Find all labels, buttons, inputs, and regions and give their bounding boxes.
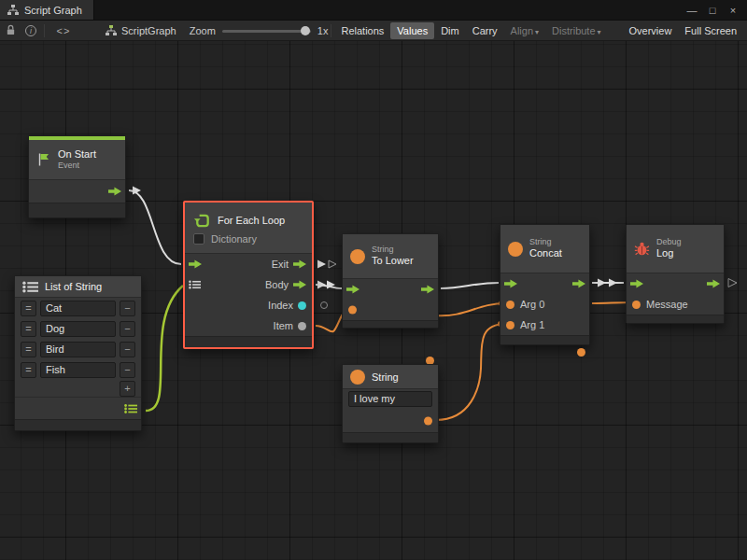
control-input-port[interactable] bbox=[630, 279, 643, 289]
dim-button[interactable]: Dim bbox=[434, 22, 466, 39]
string-output-port[interactable] bbox=[424, 417, 432, 426]
control-input-port[interactable] bbox=[189, 259, 202, 270]
loop-icon bbox=[193, 212, 211, 230]
list-item-row: = Fish − bbox=[15, 359, 141, 380]
values-button[interactable]: Values bbox=[390, 22, 434, 39]
body-output-port[interactable] bbox=[293, 280, 306, 290]
list-item-row: = Bird − bbox=[15, 339, 141, 359]
remove-item-button[interactable]: − bbox=[120, 362, 135, 378]
toolbar-right-group: Overview Full Screen bbox=[623, 22, 747, 39]
bug-icon bbox=[634, 241, 650, 257]
node-category: Debug bbox=[656, 237, 682, 247]
node-subtitle: Event bbox=[58, 161, 96, 171]
flag-icon bbox=[36, 152, 51, 167]
window-controls: — □ × bbox=[684, 0, 747, 20]
node-on-start[interactable]: On Start Event bbox=[28, 135, 126, 218]
message-input-port[interactable] bbox=[632, 301, 641, 309]
control-output-port[interactable] bbox=[707, 279, 720, 289]
remove-item-button[interactable]: − bbox=[120, 321, 135, 337]
string-type-icon bbox=[350, 249, 365, 264]
chevron-down-icon: ▾ bbox=[598, 28, 601, 36]
info-icon[interactable]: i bbox=[21, 21, 41, 41]
code-icon[interactable]: <> bbox=[48, 21, 79, 41]
drag-handle[interactable]: = bbox=[21, 301, 36, 316]
node-debug-log[interactable]: Debug Log Message bbox=[626, 224, 725, 324]
dictionary-checkbox[interactable] bbox=[193, 233, 204, 245]
port-label-body: Body bbox=[265, 279, 289, 290]
maximize-button[interactable]: □ bbox=[704, 2, 721, 19]
distribute-dropdown[interactable]: Distribute▾ bbox=[545, 22, 607, 39]
lock-icon[interactable] bbox=[0, 21, 21, 41]
port-label-index: Index bbox=[268, 300, 293, 311]
node-string-concat[interactable]: String Concat Arg 0 Arg 1 bbox=[500, 224, 590, 345]
chevron-down-icon: ▾ bbox=[535, 28, 539, 36]
zoom-slider-handle[interactable] bbox=[301, 26, 310, 35]
control-output-port[interactable] bbox=[572, 279, 585, 289]
minimize-button[interactable]: — bbox=[684, 2, 700, 19]
tab-title: Script Graph bbox=[24, 5, 82, 16]
string-output-port[interactable] bbox=[577, 348, 585, 357]
node-for-each-loop[interactable]: For Each Loop Dictionary Exit bbox=[183, 201, 314, 349]
zoom-control: Zoom 1x bbox=[190, 25, 329, 36]
port-label-message: Message bbox=[646, 299, 688, 310]
node-title: For Each Loop bbox=[218, 215, 285, 226]
port-label-item: Item bbox=[274, 320, 293, 331]
list-item-field[interactable]: Fish bbox=[40, 362, 116, 378]
graph-toolbar: i <> ScriptGraph Zoom 1x Relations Value… bbox=[0, 21, 747, 41]
arg0-input-port[interactable] bbox=[506, 301, 514, 309]
node-title: List of String bbox=[45, 281, 102, 292]
remove-item-button[interactable]: − bbox=[120, 342, 135, 357]
control-output-port[interactable] bbox=[108, 187, 121, 197]
node-list-of-string[interactable]: List of String = Cat − = Dog − = Bird − bbox=[14, 275, 142, 431]
tab-script-graph[interactable]: Script Graph bbox=[0, 0, 94, 20]
drag-handle[interactable]: = bbox=[21, 342, 36, 357]
control-input-port[interactable] bbox=[346, 285, 359, 295]
carry-button[interactable]: Carry bbox=[466, 22, 504, 39]
list-input-port[interactable] bbox=[189, 280, 201, 289]
node-category: String bbox=[529, 237, 562, 247]
item-output-port[interactable] bbox=[298, 322, 306, 330]
index-output-port[interactable] bbox=[298, 301, 306, 310]
list-item-field[interactable]: Dog bbox=[40, 321, 116, 337]
list-item-field[interactable]: Bird bbox=[40, 342, 116, 357]
string-value-field[interactable]: I love my bbox=[348, 391, 432, 407]
list-icon bbox=[22, 281, 38, 293]
toolbar-separator bbox=[331, 24, 331, 37]
control-output-port[interactable] bbox=[421, 285, 434, 295]
relations-button[interactable]: Relations bbox=[334, 22, 390, 39]
string-type-icon bbox=[350, 370, 365, 385]
node-string-literal[interactable]: String I love my bbox=[342, 364, 439, 443]
graph-name: ScriptGraph bbox=[121, 25, 176, 36]
control-input-port[interactable] bbox=[504, 279, 517, 289]
port-label-exit: Exit bbox=[272, 259, 289, 270]
exit-output-port[interactable] bbox=[293, 259, 306, 270]
list-item-row: = Dog − bbox=[15, 318, 141, 339]
node-title: Log bbox=[656, 247, 682, 260]
arg1-input-port[interactable] bbox=[506, 321, 514, 329]
list-output-port[interactable] bbox=[124, 403, 137, 413]
list-item-row: = Cat − bbox=[15, 298, 141, 318]
remove-item-button[interactable]: − bbox=[120, 301, 135, 316]
node-title: To Lower bbox=[372, 255, 414, 268]
titlebar: Script Graph — □ × bbox=[0, 0, 747, 21]
list-item-field[interactable]: Cat bbox=[40, 301, 116, 316]
add-item-button[interactable]: + bbox=[120, 381, 135, 397]
breadcrumb[interactable]: ScriptGraph bbox=[106, 25, 176, 36]
align-dropdown[interactable]: Align▾ bbox=[504, 22, 545, 39]
full-screen-button[interactable]: Full Screen bbox=[678, 22, 743, 39]
close-button[interactable]: × bbox=[725, 2, 741, 19]
zoom-slider[interactable] bbox=[222, 25, 311, 36]
port-label-arg1: Arg 1 bbox=[520, 319, 544, 330]
node-title: Concat bbox=[529, 247, 562, 260]
string-type-icon bbox=[508, 242, 523, 257]
overview-button[interactable]: Overview bbox=[623, 22, 679, 39]
drag-handle[interactable]: = bbox=[21, 321, 36, 337]
zoom-label: Zoom bbox=[190, 25, 216, 36]
graph-canvas[interactable]: On Start Event List of String bbox=[0, 41, 747, 560]
drag-handle[interactable]: = bbox=[21, 362, 36, 378]
script-graph-icon bbox=[106, 25, 117, 36]
node-string-to-lower[interactable]: String To Lower bbox=[342, 233, 439, 329]
zoom-value: 1x bbox=[317, 25, 329, 36]
toolbar-separator bbox=[44, 24, 45, 37]
string-input-port[interactable] bbox=[348, 306, 357, 315]
